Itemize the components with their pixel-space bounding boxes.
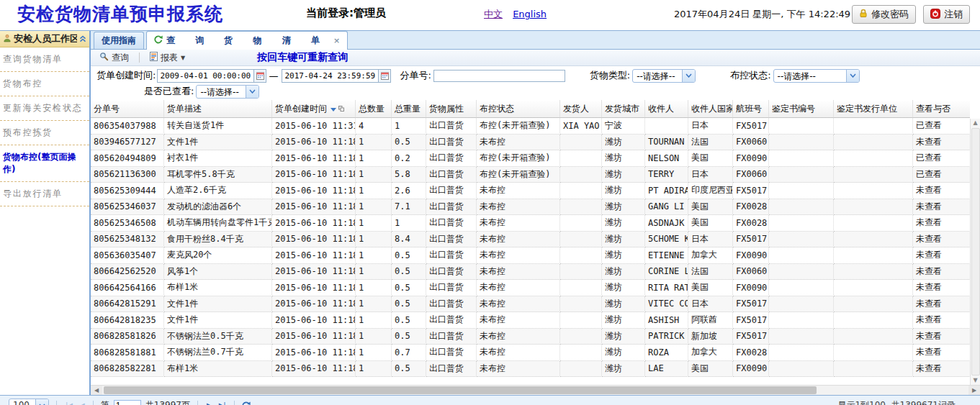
column-header-7[interactable]: 发货人 — [560, 100, 602, 118]
table-row[interactable]: 806642564166布样1米2015-06-10 11:18:3610.5出… — [91, 280, 970, 296]
column-header-11[interactable]: 航班号 — [733, 100, 769, 118]
cell: 未查看 — [913, 361, 970, 378]
horizontal-scroll-thumb[interactable] — [104, 386, 817, 394]
date-to-field[interactable]: 2017-04-24 23:59:59 — [282, 69, 391, 83]
enter-key-hint: 按回车键可重新查询 — [257, 51, 348, 64]
cell: 未布控 — [477, 361, 560, 378]
horizontal-scrollbar[interactable]: ◀ ▶ — [91, 385, 980, 395]
column-header-4[interactable]: 总重量 — [392, 100, 426, 118]
pagination-separator — [234, 401, 235, 405]
cell: 出口普货 — [426, 215, 477, 232]
sidebar-item-3[interactable]: 预 布 控 拣 货 — [0, 121, 89, 145]
table-row[interactable]: 805621136300耳机零件5.8千克2015-06-10 11:18:36… — [91, 167, 970, 183]
cell — [834, 232, 913, 248]
tab-refresh-icon[interactable] — [154, 35, 163, 46]
table-row[interactable]: 806642815291文件1件2015-06-10 11:18:3610.5出… — [91, 296, 970, 313]
query-button[interactable]: 查询 — [96, 51, 132, 65]
cell — [834, 296, 913, 313]
sidebar-item-2[interactable]: 更 新 海 关 安 检 状 态 — [0, 96, 89, 121]
sort-descending-icon[interactable] — [331, 104, 336, 114]
table-row[interactable]: 805636035407麦克风20个2015-06-10 11:18:3610.… — [91, 247, 970, 264]
vertical-scrollbar[interactable]: ▲ ▼ — [970, 119, 980, 385]
sidebar-item-1[interactable]: 货 物 布 控 — [0, 72, 89, 96]
change-password-button[interactable]: 修改密码 — [852, 5, 916, 24]
cell — [834, 183, 913, 199]
column-header-0[interactable]: 分单号 — [91, 100, 164, 118]
viewed-select[interactable]: --请选择-- — [196, 85, 259, 99]
logout-button[interactable]: 注销 — [923, 5, 970, 24]
cell — [769, 296, 834, 313]
scroll-down-icon[interactable]: ▼ — [973, 376, 977, 385]
cell — [769, 345, 834, 361]
cell: VITEC CO. — [645, 296, 688, 313]
scroll-left-icon[interactable]: ◀ — [91, 386, 102, 395]
collapse-chevron-up-icon[interactable] — [79, 34, 86, 45]
next-page-button[interactable]: ▶ — [205, 401, 213, 405]
control-status-select[interactable]: --请选择-- — [773, 69, 860, 83]
column-header-13[interactable]: 鉴定书发行单位 — [834, 100, 913, 118]
table-row[interactable]: 805625346037发动机的滤油器6个2015-06-10 11:18:36… — [91, 199, 970, 216]
sidebar-header[interactable]: 安检人员工作区 — [0, 31, 89, 47]
column-header-14[interactable]: 查看与否 — [913, 100, 970, 118]
scroll-right-icon[interactable]: ▶ — [968, 386, 980, 395]
sidebar-item-4[interactable]: 货物布控(整页面操作) — [0, 145, 89, 182]
column-header-3[interactable]: 总数量 — [356, 100, 392, 118]
cell: 出口普货 — [426, 280, 477, 296]
table-row[interactable]: 806828582281布样1米2015-06-10 11:18:3610.5出… — [91, 361, 970, 378]
waybill-input[interactable] — [433, 70, 565, 82]
table-row[interactable]: 806354037988转关自送货1件2015-06-10 11:31:5541… — [91, 118, 970, 135]
table-row[interactable]: 806828581881不锈钢法兰0.7千克2015-06-10 11:18:3… — [91, 345, 970, 361]
page-number-input[interactable] — [114, 400, 141, 405]
column-header-6[interactable]: 布控状态 — [477, 100, 560, 118]
date-from-field[interactable]: 2009-04-01 00:00:00 — [157, 69, 266, 83]
column-header-9[interactable]: 收件人 — [645, 100, 688, 118]
column-menu-icon[interactable] — [338, 104, 344, 114]
sidebar-item-0[interactable]: 查 询 货 物 清 单 — [0, 47, 89, 72]
lang-link-english[interactable]: English — [513, 9, 547, 19]
last-page-button[interactable]: ▶| — [217, 401, 227, 405]
cell: 806642562520 — [91, 264, 164, 281]
table-row[interactable]: 806642562520风筝1个2015-06-10 11:18:3610.5出… — [91, 264, 970, 281]
page-size-select[interactable]: 100 — [9, 399, 49, 405]
column-header-2[interactable]: 货单创建时间 — [272, 100, 356, 118]
cell: 不锈钢法兰0.7千克 — [164, 345, 272, 361]
column-header-10[interactable]: 收件人国家 — [688, 100, 733, 118]
tab-0[interactable]: 使用指南 — [94, 32, 144, 49]
cell: 出口普货 — [426, 296, 477, 313]
cell: 文件1件 — [164, 135, 272, 151]
column-header-12[interactable]: 鉴定书编号 — [769, 100, 834, 118]
page-title: 安检货物清单预申报系统 — [17, 2, 223, 26]
table-row[interactable]: 803946577127文件1件2015-06-10 11:18:3610.5出… — [91, 135, 970, 151]
cell: 未查看 — [913, 247, 970, 264]
vertical-scroll-thumb[interactable] — [971, 128, 980, 376]
table-row[interactable]: 805625348132食用干粉丝8.4千克2015-06-10 11:18:3… — [91, 232, 970, 248]
table-row[interactable]: 805625309444人造革2.6千克2015-06-10 11:18:361… — [91, 183, 970, 199]
cell: 806642564166 — [91, 280, 164, 296]
cargo-type-select[interactable]: --请选择-- — [632, 69, 696, 83]
first-page-button[interactable]: |◀ — [64, 401, 73, 405]
pagination-separator — [56, 401, 57, 405]
cell: GANG LI — [645, 199, 688, 216]
calendar-icon[interactable] — [378, 70, 390, 82]
grid-body: 806354037988转关自送货1件2015-06-10 11:31:5541… — [91, 118, 970, 377]
column-header-5[interactable]: 货物属性 — [426, 100, 477, 118]
sidebar-item-5[interactable]: 导 出 放 行 清 单 — [0, 182, 89, 206]
column-header-1[interactable]: 货单描述 — [164, 100, 272, 118]
table-row[interactable]: 805620494809衬衣1件2015-06-10 11:18:3610.2出… — [91, 150, 970, 167]
cell: 1 — [356, 183, 392, 199]
report-button[interactable]: 报表 ▼ — [147, 51, 188, 65]
refresh-icon[interactable] — [242, 401, 251, 405]
table-row[interactable]: 806642818235文件1件2015-06-10 11:18:3610.5出… — [91, 312, 970, 329]
tab-1[interactable]: 查 询 货 物 清 单× — [146, 31, 348, 50]
cell — [834, 118, 913, 135]
lang-link-chinese[interactable]: 中文 — [484, 9, 503, 19]
column-header-8[interactable]: 发货城市 — [602, 100, 645, 118]
table-row[interactable]: 805625346508机动车辆用转向盘零件1千克2015-06-10 11:1… — [91, 215, 970, 232]
calendar-icon[interactable] — [253, 70, 266, 82]
previous-page-button[interactable]: ◀ — [78, 401, 86, 405]
table-row[interactable]: 806828581826不锈钢法兰0.5千克2015-06-10 11:18:3… — [91, 329, 970, 345]
scroll-up-icon[interactable]: ▲ — [973, 119, 977, 127]
cell: 衬衣1件 — [164, 150, 272, 167]
cell — [769, 118, 834, 135]
tab-close-icon[interactable]: × — [333, 36, 340, 45]
